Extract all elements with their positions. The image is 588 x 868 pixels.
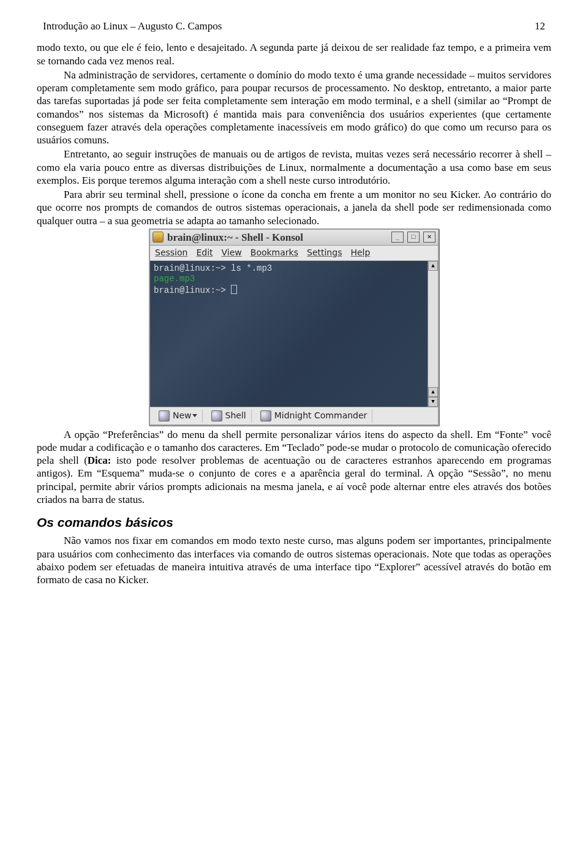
menu-bar: Session Edit View Bookmarks Settings Hel… (150, 246, 438, 261)
prompt: brain@linux:~> (154, 263, 231, 273)
output-line: page.mp3 (154, 274, 195, 284)
text: isto pode resolver problemas de acentuaç… (37, 455, 551, 505)
new-tab-button[interactable]: New (154, 409, 203, 423)
new-tab-label: New (173, 410, 192, 421)
minimize-button[interactable]: _ (391, 232, 404, 243)
page-number: 12 (535, 20, 545, 32)
shell-tab-label: Shell (225, 410, 246, 421)
scroll-up2-icon[interactable]: ▲ (428, 387, 438, 397)
konsole-window: brain@linux:~ - Shell - Konsol _ □ × Ses… (149, 228, 439, 426)
menu-bookmarks[interactable]: Bookmarks (251, 247, 298, 259)
window-titlebar[interactable]: brain@linux:~ - Shell - Konsol _ □ × (150, 230, 438, 246)
section-heading: Os comandos básicos (37, 515, 551, 530)
mc-tab-label: Midnight Commander (274, 410, 368, 421)
menu-help[interactable]: Help (350, 247, 370, 259)
dropdown-icon[interactable] (192, 414, 197, 417)
close-button[interactable]: × (423, 232, 435, 243)
terminal-area[interactable]: brain@linux:~> ls *.mp3 page.mp3 brain@l… (150, 261, 428, 407)
mc-tab-button[interactable]: Midnight Commander (255, 409, 373, 423)
shell-icon (211, 410, 222, 421)
scroll-up-icon[interactable]: ▲ (428, 261, 438, 271)
cursor-icon (231, 285, 237, 294)
header-title: Introdução ao Linux – Augusto C. Campos (43, 20, 222, 32)
menu-session[interactable]: Session (155, 247, 187, 259)
paragraph: Entretanto, ao seguir instruções de manu… (37, 148, 551, 187)
star-icon (159, 410, 170, 421)
shell-tab-button[interactable]: Shell (206, 409, 252, 423)
paragraph: Para abrir seu terminal shell, pressione… (37, 188, 551, 227)
bold-hint: Dica: (88, 455, 111, 466)
paragraph: modo texto, ou que ele é feio, lento e d… (37, 41, 551, 67)
scroll-down-icon[interactable]: ▼ (428, 397, 438, 407)
app-icon (153, 232, 164, 243)
page-header: Introdução ao Linux – Augusto C. Campos … (37, 20, 551, 32)
menu-view[interactable]: View (222, 247, 242, 259)
window-title: brain@linux:~ - Shell - Konsol (167, 231, 388, 244)
menu-edit[interactable]: Edit (196, 247, 213, 259)
command: ls *.mp3 (231, 263, 272, 273)
konsole-screenshot: brain@linux:~ - Shell - Konsol _ □ × Ses… (37, 228, 551, 426)
prompt: brain@linux:~> (154, 285, 231, 295)
maximize-button[interactable]: □ (407, 232, 420, 243)
scrollbar[interactable]: ▲ ▲ ▼ (428, 261, 438, 407)
menu-settings[interactable]: Settings (307, 247, 342, 259)
paragraph: A opção “Preferências” do menu da shell … (37, 428, 551, 507)
paragraph: Não vamos nos fixar em comandos em modo … (37, 534, 551, 586)
mc-icon (260, 410, 271, 421)
paragraph: Na administração de servidores, certamen… (37, 69, 551, 147)
status-bar: New Shell Midnight Commander (150, 407, 438, 425)
